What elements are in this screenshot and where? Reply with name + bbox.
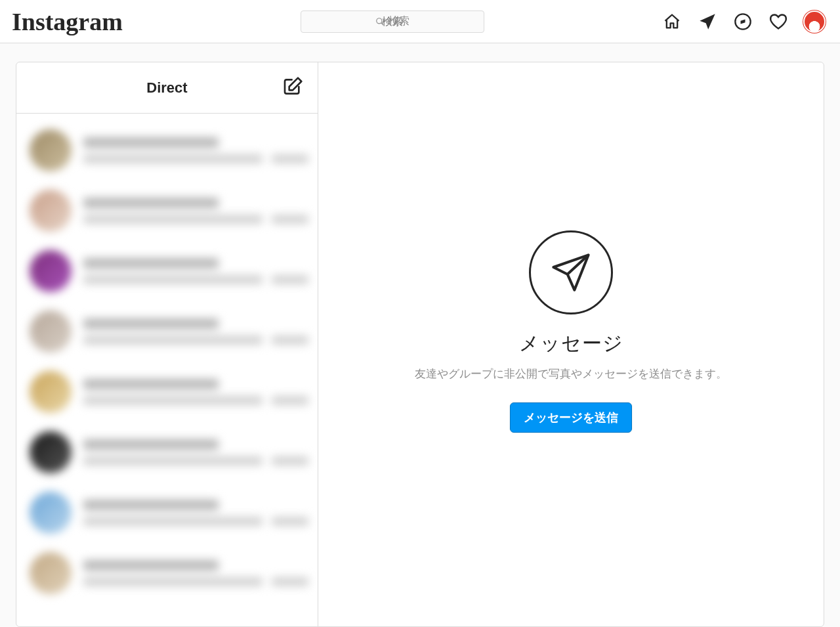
thread-username: [83, 258, 219, 269]
sidebar-title: Direct: [146, 79, 187, 97]
search-wrapper[interactable]: 検索: [301, 11, 484, 33]
thread-avatar: [30, 371, 72, 413]
thread-item[interactable]: [23, 181, 315, 241]
message-pane: メッセージ 友達やグループに非公開で写真やメッセージを送信できます。 メッセージ…: [318, 62, 824, 626]
thread-timestamp: [272, 335, 308, 345]
thread-avatar: [30, 552, 72, 594]
compass-icon[interactable]: [734, 12, 752, 31]
thread-item[interactable]: [23, 422, 315, 483]
thread-timestamp: [272, 517, 308, 526]
thread-preview: [83, 517, 262, 526]
thread-preview: [83, 154, 262, 163]
thread-timestamp: [272, 456, 308, 465]
thread-body: [83, 439, 308, 465]
profile-avatar[interactable]: [805, 12, 824, 32]
thread-preview: [83, 215, 262, 224]
empty-state-icon-wrapper: [529, 230, 613, 314]
thread-preview: [83, 396, 262, 405]
thread-preview: [83, 577, 262, 586]
thread-item[interactable]: [23, 241, 315, 301]
thread-avatar: [30, 431, 72, 473]
thread-body: [83, 137, 308, 163]
thread-body: [83, 500, 308, 526]
thread-username: [83, 560, 219, 571]
thread-item[interactable]: [23, 362, 315, 422]
thread-preview: [83, 335, 262, 345]
sidebar-header: Direct: [16, 62, 318, 114]
instagram-logo[interactable]: Instagram: [12, 7, 123, 36]
thread-avatar: [30, 129, 72, 171]
thread-body: [83, 318, 308, 345]
search-input[interactable]: [301, 11, 484, 33]
thread-timestamp: [272, 577, 308, 586]
thread-item[interactable]: [23, 301, 315, 362]
thread-list[interactable]: [16, 114, 318, 626]
empty-state-title: メッセージ: [519, 330, 623, 357]
thread-item[interactable]: [23, 483, 315, 543]
thread-timestamp: [272, 215, 308, 224]
send-message-button[interactable]: メッセージを送信: [510, 402, 632, 433]
top-nav: Instagram 検索: [0, 0, 840, 43]
thread-username: [83, 439, 219, 450]
nav-right: [663, 12, 828, 32]
home-icon[interactable]: [663, 12, 681, 31]
thread-username: [83, 137, 219, 148]
thread-avatar: [30, 190, 72, 232]
thread-item[interactable]: [23, 543, 315, 603]
thread-body: [83, 198, 308, 224]
nav-left: Instagram: [12, 7, 123, 36]
nav-center: 検索: [123, 11, 663, 33]
thread-timestamp: [272, 154, 308, 163]
direct-container: Direct メッセージ 友達やグループに非公開で写真やメッセージを送信できます…: [16, 62, 824, 627]
thread-avatar: [30, 492, 72, 534]
thread-timestamp: [272, 275, 308, 284]
thread-username: [83, 500, 219, 510]
thread-item[interactable]: [23, 120, 315, 181]
thread-username: [83, 318, 219, 329]
paper-plane-outline-icon: [550, 251, 592, 293]
heart-icon[interactable]: [769, 12, 788, 31]
thread-avatar: [30, 311, 72, 353]
thread-preview: [83, 275, 262, 284]
svg-marker-3: [741, 19, 746, 24]
direct-sidebar: Direct: [16, 62, 318, 626]
thread-username: [83, 198, 219, 208]
thread-body: [83, 379, 308, 405]
thread-preview: [83, 456, 262, 465]
thread-body: [83, 258, 308, 284]
thread-body: [83, 560, 308, 586]
thread-avatar: [30, 250, 72, 292]
empty-state-description: 友達やグループに非公開で写真やメッセージを送信できます。: [415, 366, 727, 381]
compose-button[interactable]: [282, 76, 303, 100]
thread-username: [83, 379, 219, 389]
compose-icon: [282, 76, 303, 97]
paper-plane-icon[interactable]: [698, 12, 717, 31]
thread-timestamp: [272, 396, 308, 405]
